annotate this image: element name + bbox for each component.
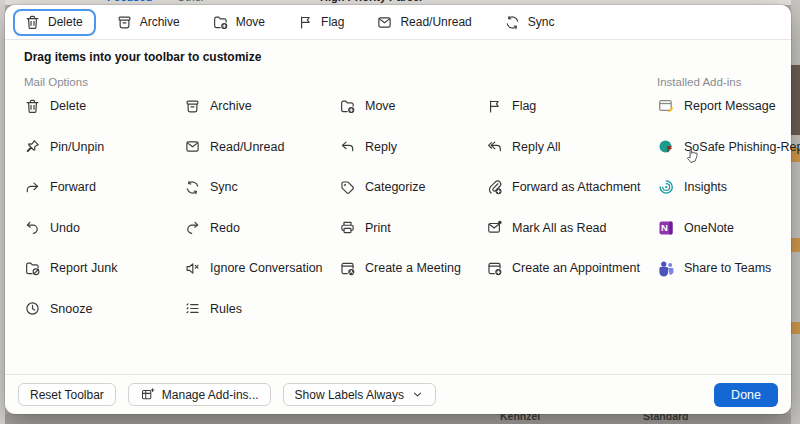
- toolbar-item-label: Delete: [48, 15, 83, 29]
- mail-option-delete[interactable]: Delete: [24, 86, 117, 127]
- mail-option-move[interactable]: Move: [339, 86, 461, 127]
- mail-option-print[interactable]: Print: [339, 208, 461, 249]
- sosafe-icon: [657, 138, 675, 156]
- background-focused-tab: Focused: [107, 0, 152, 3]
- reset-toolbar-label: Reset Toolbar: [30, 388, 104, 402]
- toolbar-item-move[interactable]: Move: [212, 14, 265, 31]
- move-folder-icon: [339, 98, 356, 115]
- addin-label: Report Message: [684, 99, 776, 113]
- onenote-icon: [657, 219, 675, 237]
- option-label: Forward as Attachment: [512, 180, 641, 194]
- option-label: Pin/Unpin: [50, 140, 104, 154]
- option-label: Rules: [210, 302, 242, 316]
- redo-icon: [184, 219, 201, 236]
- flag-icon: [486, 98, 503, 115]
- option-label: Mark All as Read: [512, 221, 606, 235]
- addin-report-message[interactable]: Report Message: [657, 86, 800, 127]
- mail-options-column-1: Delete Pin/Unpin Forward Undo Report Jun…: [24, 86, 117, 329]
- mute-speaker-icon: [184, 260, 201, 277]
- addin-sosafe-phishing-reporting[interactable]: SoSafe Phishing-Reportin: [657, 127, 800, 168]
- pin-icon: [24, 138, 41, 155]
- option-label: Snooze: [50, 302, 92, 316]
- mail-options-column-4: Flag Reply All Forward as Attachment Mar…: [486, 86, 641, 289]
- mail-option-redo[interactable]: Redo: [184, 208, 323, 249]
- toolbar-item-delete[interactable]: Delete: [13, 9, 96, 36]
- option-label: Flag: [512, 99, 536, 113]
- dialog-footer: Reset Toolbar Manage Add-ins... Show Lab…: [5, 374, 791, 414]
- show-labels-dropdown[interactable]: Show Labels Always: [283, 383, 436, 406]
- mail-option-pin-unpin[interactable]: Pin/Unpin: [24, 127, 117, 168]
- background-other-tab: Other: [177, 0, 205, 3]
- move-folder-icon: [212, 14, 229, 31]
- mail-option-create-an-appointment[interactable]: Create an Appointment: [486, 248, 641, 289]
- done-button[interactable]: Done: [714, 383, 778, 407]
- mail-option-sync[interactable]: Sync: [184, 167, 323, 208]
- mail-option-read-unread[interactable]: Read/Unread: [184, 127, 323, 168]
- reset-toolbar-button[interactable]: Reset Toolbar: [18, 383, 116, 406]
- mail-option-forward[interactable]: Forward: [24, 167, 117, 208]
- mail-option-reply-all[interactable]: Reply All: [486, 127, 641, 168]
- trash-icon: [24, 98, 41, 115]
- option-label: Delete: [50, 99, 86, 113]
- rules-list-icon: [184, 300, 201, 317]
- drag-instruction-text: Drag items into your toolbar to customiz…: [24, 50, 261, 64]
- reply-all-icon: [486, 138, 503, 155]
- mail-option-categorize[interactable]: Categorize: [339, 167, 461, 208]
- option-label: Print: [365, 221, 391, 235]
- report-message-icon: [657, 97, 675, 115]
- mail-options-column-2: Archive Read/Unread Sync Redo Ignore Con…: [184, 86, 323, 329]
- toolbar-item-label: Move: [236, 15, 265, 29]
- option-label: Forward: [50, 180, 96, 194]
- reply-arrow-icon: [339, 138, 356, 155]
- option-label: Undo: [50, 221, 80, 235]
- toolbar-item-archive[interactable]: Archive: [116, 14, 180, 31]
- option-label: Sync: [210, 180, 238, 194]
- addin-onenote[interactable]: OneNote: [657, 208, 800, 249]
- mail-option-archive[interactable]: Archive: [184, 86, 323, 127]
- background-bottom-text-left: Kennzei: [500, 414, 540, 422]
- chevron-down-icon: [411, 388, 424, 401]
- toolbar-item-label: Archive: [140, 15, 180, 29]
- flag-icon: [297, 14, 314, 31]
- mail-option-report-junk[interactable]: Report Junk: [24, 248, 117, 289]
- meeting-window-icon: [339, 260, 356, 277]
- grid-plus-icon: [140, 387, 155, 402]
- done-label: Done: [731, 388, 761, 402]
- manage-addins-button[interactable]: Manage Add-ins...: [128, 383, 271, 406]
- addin-insights[interactable]: Insights: [657, 167, 800, 208]
- option-label: Create an Appointment: [512, 261, 640, 275]
- envelope-icon: [376, 14, 393, 31]
- installed-addins-column: Report Message SoSafe Phishing-Reportin …: [657, 86, 800, 289]
- toolbar-item-read-unread[interactable]: Read/Unread: [376, 14, 471, 31]
- mail-option-mark-all-as-read[interactable]: Mark All as Read: [486, 208, 641, 249]
- mail-option-reply[interactable]: Reply: [339, 127, 461, 168]
- clock-icon: [24, 300, 41, 317]
- mail-option-create-a-meeting[interactable]: Create a Meeting: [339, 248, 461, 289]
- junk-folder-icon: [24, 260, 41, 277]
- addin-share-to-teams[interactable]: Share to Teams: [657, 248, 800, 289]
- mail-option-ignore-conversation[interactable]: Ignore Conversation: [184, 248, 323, 289]
- toolbar-item-sync[interactable]: Sync: [504, 14, 555, 31]
- option-label: Categorize: [365, 180, 425, 194]
- toolbar-item-label: Read/Unread: [400, 15, 471, 29]
- manage-addins-label: Manage Add-ins...: [162, 388, 259, 402]
- mail-option-snooze[interactable]: Snooze: [24, 289, 117, 330]
- attachment-plus-icon: [486, 179, 503, 196]
- tag-icon: [339, 179, 356, 196]
- printer-icon: [339, 219, 356, 236]
- teams-icon: [657, 259, 675, 277]
- trash-icon: [24, 14, 41, 31]
- sync-icon: [504, 14, 521, 31]
- mail-option-forward-as-attachment[interactable]: Forward as Attachment: [486, 167, 641, 208]
- envelope-dot-icon: [486, 219, 503, 236]
- background-window-bottom-strip: Kennzei Standard: [0, 414, 800, 424]
- forward-arrow-icon: [24, 179, 41, 196]
- option-label: Move: [365, 99, 396, 113]
- mail-option-undo[interactable]: Undo: [24, 208, 117, 249]
- archive-icon: [116, 14, 133, 31]
- option-label: Create a Meeting: [365, 261, 461, 275]
- option-label: Reply All: [512, 140, 561, 154]
- mail-option-flag[interactable]: Flag: [486, 86, 641, 127]
- toolbar-item-flag[interactable]: Flag: [297, 14, 344, 31]
- mail-option-rules[interactable]: Rules: [184, 289, 323, 330]
